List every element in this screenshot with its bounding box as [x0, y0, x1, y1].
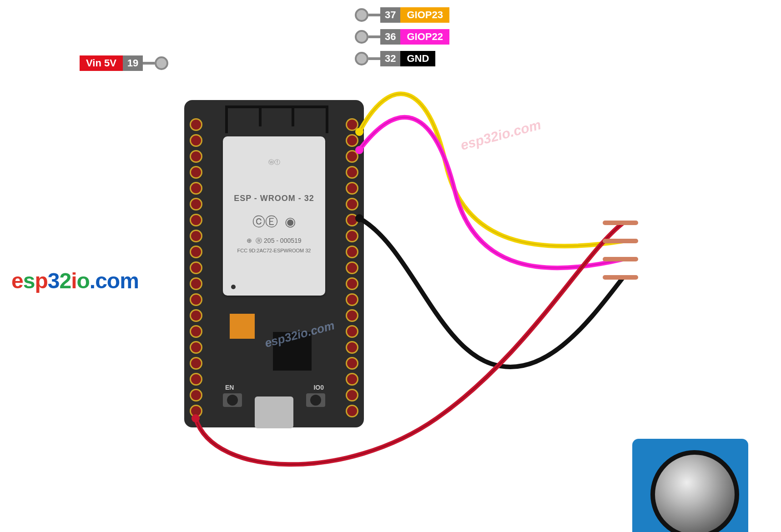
legend-tick [368, 35, 380, 38]
board-pinhole [190, 325, 202, 338]
board-pinhole [346, 389, 358, 402]
legend-tick [368, 57, 380, 60]
board-pinhole [346, 246, 358, 258]
board-pinhole [346, 166, 358, 179]
legend-vin-name: Vin 5V [80, 55, 123, 71]
board-pinhole [190, 277, 202, 290]
chip-model-label: ESP - WROOM - 32 [223, 194, 325, 203]
en-button [223, 393, 242, 407]
board-pinhole [190, 405, 202, 417]
board-pinhole [346, 405, 358, 417]
legend-gpio23-name: GIOP23 [400, 7, 449, 23]
legend-vin-pinnum: 19 [123, 55, 143, 71]
legend-vin: Vin 5V 19 [80, 55, 168, 72]
board-pinhole [190, 357, 202, 370]
usb-port-icon [255, 396, 293, 428]
legend-gpio22-pinnum: 36 [380, 29, 400, 45]
legend-dot [355, 52, 368, 65]
ultrasonic-transducer-icon [650, 450, 739, 532]
board-pinhole [346, 230, 358, 242]
board-pinhole [190, 261, 202, 274]
board-pinhole [190, 198, 202, 211]
board-pinhole [190, 293, 202, 306]
en-button-label: EN [225, 384, 234, 391]
board-pinhole [190, 118, 202, 131]
wire-gnd [359, 218, 623, 367]
board-pinhole [346, 293, 358, 306]
legend-dot [355, 8, 368, 22]
board-pinhole [346, 277, 358, 290]
board-pinhole [346, 182, 358, 195]
legend-tick [368, 14, 380, 16]
wifi-antenna [225, 105, 328, 133]
legend-gnd: 32 GND [355, 50, 449, 67]
board-pinhole [190, 150, 202, 163]
esp32-chip-can: ⓦⓕ ESP - WROOM - 32 ⓒⒺ ◉ ⊕ Ⓡ 205 - 00051… [223, 136, 325, 296]
board-pinhole [190, 214, 202, 226]
board-pinhole [190, 309, 202, 322]
board-pinhole [346, 373, 358, 386]
legend-dot [355, 30, 368, 44]
hcsr04-sensor: ◗DIYables HC-SR04 Vcc Trig Echo Gnd [632, 439, 748, 532]
legend-gpio23: 37 GIOP23 [355, 6, 449, 24]
chip-fcc-label: FCC 9D:2AC72-ESPWROOM 32 [223, 248, 325, 253]
legend-gpio22: 36 GIOP22 [355, 28, 449, 45]
legend-gpio23-pinnum: 37 [380, 7, 400, 23]
board-pinhole [190, 230, 202, 242]
board-pinhole [346, 214, 358, 226]
legend-tick [143, 62, 155, 65]
board-pinhole [190, 134, 202, 147]
site-logo: esp32io.com [11, 268, 139, 293]
board-pinhole [346, 357, 358, 370]
wire-trig [359, 94, 623, 246]
board-pinhole [190, 341, 202, 354]
board-pinhole [346, 134, 358, 147]
board-pinhole [190, 182, 202, 195]
watermark: esp32io.com [459, 117, 543, 153]
legend-gpio22-name: GIOP22 [400, 29, 449, 45]
chip-cert-label: 205 - 000519 [264, 237, 302, 244]
board-pinhole [190, 373, 202, 386]
legend-dot [155, 56, 168, 70]
board-pinhole [346, 118, 358, 131]
board-pinhole [346, 261, 358, 274]
board-pinhole [346, 150, 358, 163]
legend-gnd-name: GND [400, 51, 435, 66]
board-pinhole [190, 166, 202, 179]
capacitor-icon [230, 314, 255, 339]
board-pinhole [190, 246, 202, 258]
legend-stack: 37 GIOP23 36 GIOP22 32 GND [355, 6, 449, 67]
io0-button [306, 393, 325, 407]
io0-button-label: IO0 [313, 384, 324, 391]
esp32-board: ⓦⓕ ESP - WROOM - 32 ⓒⒺ ◉ ⊕ Ⓡ 205 - 00051… [184, 100, 364, 427]
board-pinhole [346, 341, 358, 354]
board-pinhole [346, 198, 358, 211]
board-pinhole [190, 389, 202, 402]
board-pinhole [346, 325, 358, 338]
legend-gnd-pinnum: 32 [380, 51, 400, 66]
board-pinhole [346, 309, 358, 322]
